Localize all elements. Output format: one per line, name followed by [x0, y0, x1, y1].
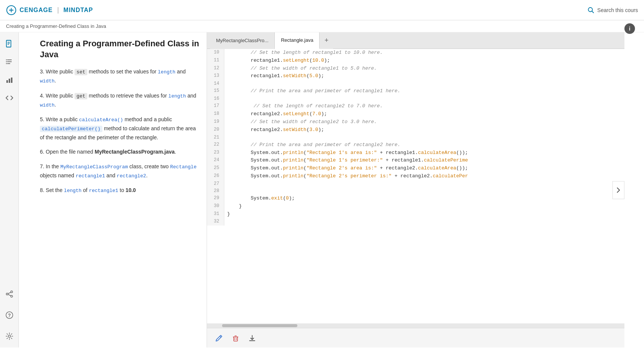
svg-point-16 — [11, 291, 12, 293]
code-rect1-8: rectangle1 — [89, 188, 118, 194]
svg-point-23 — [8, 335, 11, 337]
code-line-12: 12 // Set the width of rectangle1 to 5.0… — [207, 65, 624, 73]
svg-text:?: ? — [8, 313, 11, 318]
sidebar-settings-icon[interactable] — [4, 331, 15, 341]
line-number: 10 — [207, 49, 224, 57]
editor-toolbar — [207, 328, 624, 347]
code-table: 10 // Set the length of rectangle1 to 10… — [207, 49, 624, 226]
tab-rectangle-java[interactable]: Rectangle.java — [275, 32, 320, 49]
tab-rectangle-java-label: Rectangle.java — [281, 37, 313, 43]
logo-divider: | — [57, 6, 59, 14]
code-line-25: 25 System.out.println("Rectangle 2's are… — [207, 165, 624, 172]
line-code — [224, 218, 624, 225]
item-num-3: 3. — [40, 69, 46, 75]
line-code: rectangle2.setWidth(3.0); — [224, 126, 624, 134]
svg-line-24 — [220, 336, 221, 337]
code-method: setWidth — [283, 73, 306, 79]
code-rect1: rectangle1 — [76, 173, 105, 179]
line-number: 13 — [207, 72, 224, 80]
svg-rect-3 — [6, 40, 11, 47]
code-line-16: 16 — [207, 95, 624, 102]
code-method: calculatePer — [433, 173, 468, 179]
svg-rect-15 — [11, 78, 12, 83]
breadcrumb-text: Creating a Programmer-Defined Class in J… — [6, 23, 106, 29]
file-name: MyRectangleClassProgram.java — [95, 149, 175, 155]
horizontal-scroll-bar[interactable] — [207, 323, 624, 328]
code-method: setWidth — [283, 127, 306, 133]
code-method: setLenght — [283, 58, 309, 63]
line-number: 11 — [207, 57, 224, 65]
code-line-32: 32 — [207, 218, 624, 225]
content-item-7: 7. In the MyRectangleClassProgram class,… — [40, 162, 199, 180]
item-num-6: 6. — [40, 149, 46, 155]
logo-mindtap-text: MINDTAP — [64, 7, 93, 14]
sidebar-code-icon[interactable] — [4, 93, 15, 103]
code-line-31: 31} — [207, 210, 624, 218]
code-width-3: width — [40, 78, 55, 84]
code-default: rectangle2. — [227, 127, 283, 133]
code-default: } — [227, 211, 230, 217]
item-num-7: 7. — [40, 163, 46, 169]
line-number: 23 — [207, 149, 224, 157]
line-number: 25 — [207, 165, 224, 172]
code-default: ); — [321, 111, 327, 117]
content-item-6: 6. Open the file named MyRectangleClassP… — [40, 148, 199, 156]
code-comment: // Set the width of rectangle1 to 5.0 he… — [227, 66, 377, 71]
svg-point-18 — [11, 296, 12, 297]
search-area[interactable]: Search this cours — [588, 7, 638, 14]
sidebar-help-icon[interactable]: ? — [4, 310, 15, 320]
line-number: 28 — [207, 187, 224, 195]
line-code: System.exit(0); — [224, 195, 624, 203]
code-number: 3.0 — [309, 127, 318, 133]
sidebar-book-icon[interactable] — [4, 38, 15, 49]
line-code: // Print the area and perimeter of recta… — [224, 87, 624, 95]
sidebar-list-icon[interactable] — [4, 56, 15, 67]
code-line-19: 19 // Set the width of rectangle2 to 3.0… — [207, 118, 624, 126]
next-arrow[interactable] — [612, 181, 624, 199]
content-item-8: 8. Set the length of rectangle1 to 10.0 — [40, 186, 199, 195]
svg-rect-14 — [9, 79, 10, 83]
line-code: // Set the length of rectangle2 to 7.0 h… — [224, 102, 624, 110]
item-num-4: 4. — [40, 93, 46, 99]
code-set: set — [75, 69, 87, 75]
item-num-5: 5. — [40, 116, 46, 122]
code-method: calculateArea — [418, 150, 456, 155]
tab-add-button[interactable]: + — [320, 32, 333, 49]
line-number: 27 — [207, 180, 224, 187]
sidebar: ? — [0, 32, 19, 347]
info-icon[interactable]: i — [624, 23, 635, 34]
line-number: 22 — [207, 141, 224, 149]
pencil-button[interactable] — [213, 332, 225, 344]
svg-line-2 — [592, 11, 594, 13]
code-method: println — [283, 157, 304, 163]
code-myrec-class: MyRectangleClassProgram — [61, 164, 128, 170]
line-code: // Set the length of rectangle1 to 10.0 … — [224, 49, 624, 57]
code-method: calculateArea — [418, 165, 456, 171]
scroll-thumb — [222, 324, 297, 327]
line-code — [224, 187, 624, 195]
sidebar-share-icon[interactable] — [4, 289, 15, 299]
code-default: ( — [303, 173, 306, 179]
code-line-21: 21 — [207, 134, 624, 141]
line-code: System.out.println("Rectangle 2's area i… — [224, 165, 624, 172]
trash-button[interactable] — [230, 332, 242, 344]
content-item-3: 3. Write public set methods to set the v… — [40, 67, 199, 85]
code-default: System.out. — [227, 173, 283, 179]
code-default: + rectangle2. — [377, 165, 418, 171]
download-button[interactable] — [246, 332, 258, 344]
code-line-18: 18 rectangle2.setLenght(7.0); — [207, 110, 624, 118]
search-icon — [588, 7, 594, 14]
code-rectangle-class: Rectangle — [170, 164, 196, 170]
code-editor[interactable]: 10 // Set the length of rectangle1 to 10… — [207, 49, 624, 323]
code-method: println — [283, 165, 304, 171]
code-default: rectangle1. — [227, 73, 283, 79]
sidebar-chart-icon[interactable] — [4, 75, 15, 85]
code-default: System.out. — [227, 165, 283, 171]
item-num-8: 8. — [40, 187, 46, 193]
tab-myrectangle[interactable]: MyRectangleClassPro... — [210, 32, 275, 49]
line-number: 18 — [207, 110, 224, 118]
code-default: + rectangle2. — [391, 173, 432, 179]
code-line-13: 13 rectangle1.setWidth(5.0); — [207, 72, 624, 80]
code-default: rectangle2. — [227, 111, 283, 117]
code-method: setLenght — [283, 111, 309, 117]
